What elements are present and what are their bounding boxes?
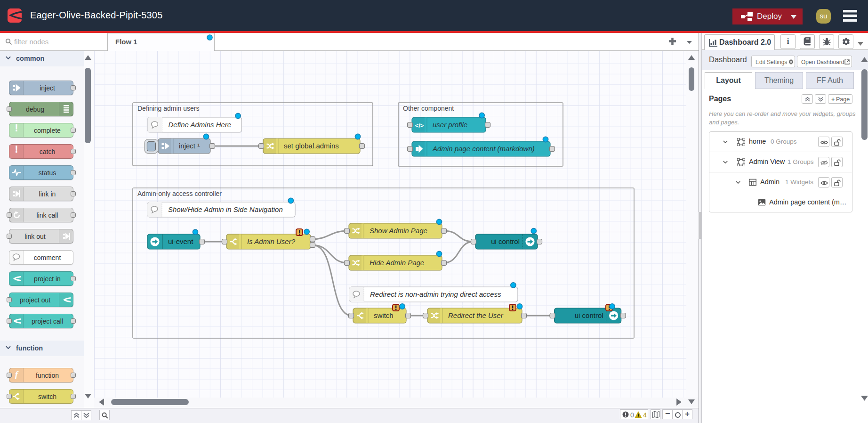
svg-text:Show Admin Page: Show Admin Page — [370, 227, 427, 235]
svg-text:</>: </> — [415, 122, 424, 129]
svg-text:ui-event: ui-event — [168, 237, 193, 245]
svg-text:set global.admins: set global.admins — [284, 142, 339, 150]
svg-text:Admin page content (markdown): Admin page content (markdown) — [432, 145, 535, 153]
svg-text:Redirect the User: Redirect the User — [448, 311, 504, 319]
svg-text:Redirect is non-admin trying d: Redirect is non-admin trying direct acce… — [370, 290, 501, 298]
svg-text:Hide Admin Page: Hide Admin Page — [370, 259, 424, 267]
svg-text:Define Admins Here: Define Admins Here — [169, 121, 232, 129]
svg-text:Show/Hide Admin in Side Naviga: Show/Hide Admin in Side Navigation — [168, 205, 283, 213]
svg-text:ui control: ui control — [575, 311, 603, 319]
svg-text:Other component: Other component — [403, 105, 454, 112]
svg-text:switch: switch — [374, 311, 394, 319]
svg-text:user profile: user profile — [433, 121, 467, 129]
svg-text:inject ¹: inject ¹ — [179, 142, 200, 150]
svg-text:Is Admin User?: Is Admin User? — [247, 237, 296, 245]
svg-text:ui control: ui control — [491, 237, 520, 245]
svg-text:Admin-only access controller: Admin-only access controller — [137, 190, 222, 197]
svg-text:Defining admin users: Defining admin users — [137, 105, 200, 112]
